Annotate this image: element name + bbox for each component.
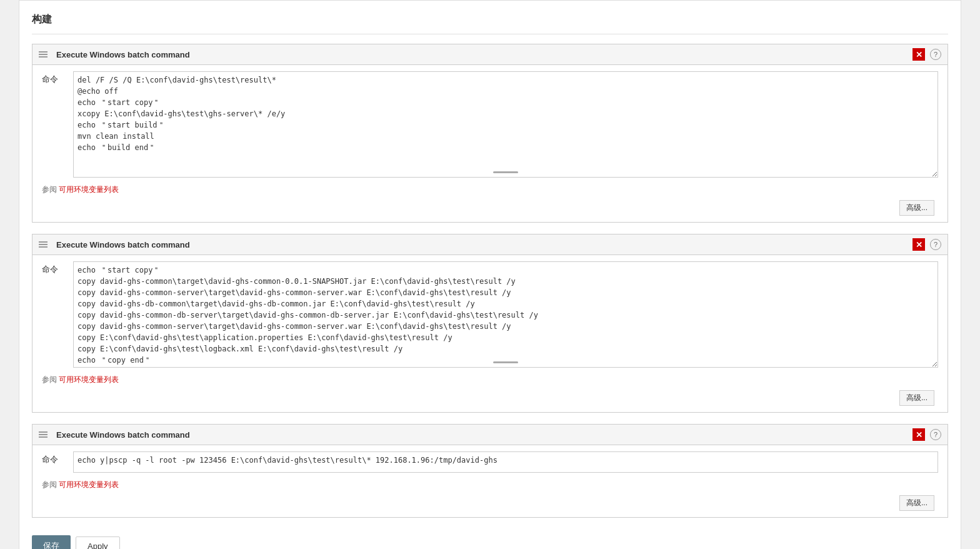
step3-env-link-row: 参阅 可用环境变量列表 <box>42 480 938 490</box>
apply-button[interactable]: Apply <box>76 536 120 550</box>
step3-env-link[interactable]: 可用环境变量列表 <box>59 480 119 489</box>
step1-title: Execute Windows batch command <box>56 50 190 59</box>
step3-close-button[interactable]: ✕ <box>912 428 925 441</box>
step3-title: Execute Windows batch command <box>56 430 190 440</box>
build-step-2: Execute Windows batch command ✕ ? 命令 <box>32 234 948 413</box>
drag-handle-3[interactable] <box>39 431 48 438</box>
build-step-3: Execute Windows batch command ✕ ? 命令 <box>32 424 948 518</box>
step1-command-label: 命令 <box>42 71 73 85</box>
build-step-1: Execute Windows batch command ✕ ? 命令 <box>32 44 948 223</box>
step3-header: Execute Windows batch command ✕ ? <box>32 425 948 445</box>
bottom-bar: 保存 Apply <box>32 529 948 549</box>
step2-command-input[interactable] <box>73 261 938 368</box>
step1-env-link[interactable]: 可用环境变量列表 <box>59 185 119 194</box>
step3-command-label: 命令 <box>42 451 73 465</box>
step2-title: Execute Windows batch command <box>56 240 190 249</box>
section-title: 构建 <box>32 7 948 34</box>
step2-advanced-button[interactable]: 高级... <box>899 390 934 406</box>
step1-advanced-button[interactable]: 高级... <box>899 200 934 216</box>
step2-env-link-row: 参阅 可用环境变量列表 <box>42 375 938 385</box>
step3-help-icon[interactable]: ? <box>930 429 941 440</box>
step1-close-button[interactable]: ✕ <box>912 48 925 61</box>
step2-header: Execute Windows batch command ✕ ? <box>32 234 948 255</box>
drag-handle-1[interactable] <box>39 51 48 58</box>
save-button[interactable]: 保存 <box>32 535 71 549</box>
step1-header: Execute Windows batch command ✕ ? <box>32 44 948 65</box>
drag-handle-2[interactable] <box>39 241 48 248</box>
step2-close-button[interactable]: ✕ <box>912 238 925 251</box>
step3-body: 命令 参阅 可用环境变量列表 高级... <box>32 445 948 517</box>
step3-advanced-button[interactable]: 高级... <box>899 495 934 511</box>
step1-help-icon[interactable]: ? <box>930 49 941 60</box>
step1-command-input[interactable] <box>73 71 938 178</box>
step2-env-link[interactable]: 可用环境变量列表 <box>59 375 119 384</box>
step1-env-link-row: 参阅 可用环境变量列表 <box>42 184 938 195</box>
step2-body: 命令 参阅 可用环境变量列表 高级... <box>32 255 948 412</box>
step1-body: 命令 参阅 可用环境变量列表 高级... <box>32 65 948 222</box>
step2-command-label: 命令 <box>42 261 73 275</box>
step2-help-icon[interactable]: ? <box>930 239 941 250</box>
step3-command-input[interactable] <box>73 451 938 473</box>
